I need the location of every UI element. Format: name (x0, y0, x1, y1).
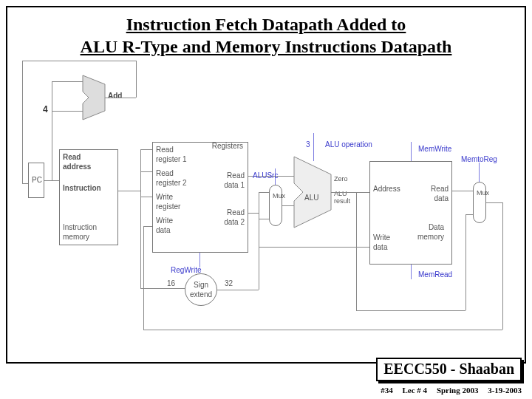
footer-date: 3-19-2003 (488, 386, 522, 395)
dmem-address: Address (373, 184, 400, 194)
sign-extend-label: Signextend (190, 281, 212, 299)
registers-header: Registers (212, 141, 243, 151)
footer-course-badge: EECC550 - Shaaban (376, 358, 522, 381)
title-line2: ALU R-Type and Memory Instructions Datap… (81, 37, 452, 56)
alu-zero: Zero (334, 176, 348, 183)
add-label: Add (108, 92, 122, 100)
signal-memread: MemRead (418, 270, 452, 279)
dmem-read-data: Readdata (431, 184, 449, 203)
slide-title: Instruction Fetch Datapath Added to ALU … (7, 7, 525, 68)
footer-lecture: Lec # 4 (403, 386, 428, 395)
slide-frame: Instruction Fetch Datapath Added to ALU … (6, 6, 526, 364)
svg-marker-0 (83, 75, 105, 120)
block-pc: PC (28, 163, 44, 198)
alu-name: ALU (304, 194, 318, 202)
signal-alu-operation: ALU operation (325, 140, 372, 149)
mux2-label: Mux (477, 189, 489, 197)
alu-op-width: 3 (306, 140, 310, 149)
footer-slide: #34 (381, 386, 393, 395)
sign-in-width: 16 (167, 279, 175, 287)
signal-alusrc: ALUSrc (253, 171, 278, 180)
const-4: 4 (43, 105, 48, 115)
mux1-label: Mux (273, 192, 285, 200)
block-registers: Registers Readregister 1 Readregister 2 … (152, 142, 248, 253)
block-mux-alusrc: Mux (269, 185, 282, 226)
signal-memtoreg: MemtoReg (461, 155, 497, 163)
sign-out-width: 32 (225, 279, 233, 287)
signal-regwrite: RegWrite (171, 266, 202, 274)
svg-marker-1 (294, 157, 331, 228)
title-line1: Instruction Fetch Datapath Added to (126, 15, 406, 34)
datapath-diagram: PC Readaddress Instruction Instructionme… (19, 81, 513, 355)
instr-read-address: Readaddress (63, 152, 115, 171)
footer-term: Spring 2003 (437, 386, 479, 395)
signal-memwrite: MemWrite (418, 145, 451, 153)
instr-instruction-port: Instruction (63, 183, 115, 193)
read-data-2: Readdata 2 (224, 208, 245, 227)
block-mux-memtoreg: Mux (473, 182, 486, 223)
dmem-write-data: Writedata (373, 233, 390, 252)
course-label: EECC550 - Shaaban (383, 361, 514, 377)
block-instruction-memory: Readaddress Instruction Instructionmemor… (59, 149, 118, 245)
block-data-memory: Address Writedata Readdata Datamemory (369, 161, 452, 265)
footer-meta: #34 Lec # 4 Spring 2003 3-19-2003 (373, 386, 522, 395)
block-sign-extend: Signextend (185, 273, 217, 306)
dmem-name: Datamemory (417, 222, 444, 242)
instr-mem-name: Instructionmemory (63, 222, 97, 242)
read-data-1: Readdata 1 (224, 171, 245, 190)
pc-label: PC (32, 176, 42, 184)
